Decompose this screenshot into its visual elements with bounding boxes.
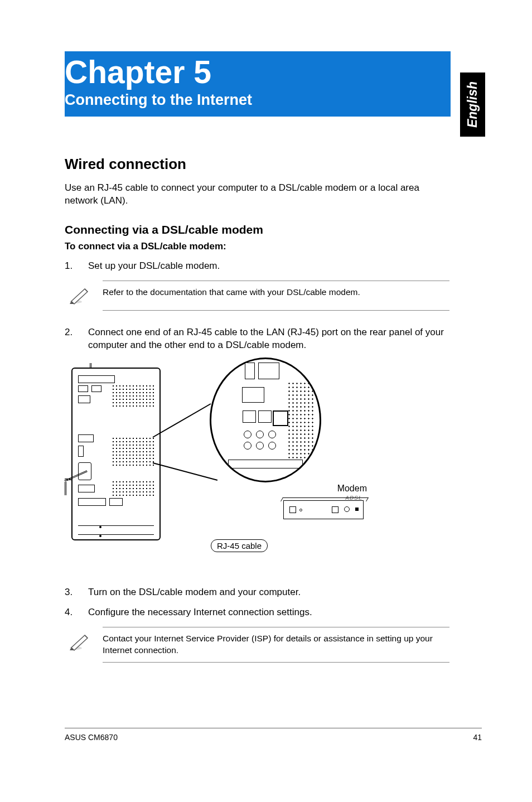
page-footer: ASUS CM6870 41 [65,728,482,742]
chapter-title: Chapter 5 [65,56,443,89]
procedure-lead: To connect via a DSL/cable modem: [65,241,449,252]
content-body: Wired connection Use an RJ-45 cable to c… [65,156,449,663]
pc-rear-panel [71,368,161,540]
subsection-heading: Connecting via a DSL/cable modem [65,223,449,236]
language-tab: English [460,73,485,137]
language-tab-label: English [465,81,480,128]
section-heading: Wired connection [65,156,449,173]
pencil-icon [65,287,103,305]
chapter-subtitle: Connecting to the Internet [65,91,443,109]
pencil-icon [65,633,103,651]
step-4: 4. Configure the necessary Internet conn… [65,606,449,619]
note-2: Contact your Internet Service Provider (… [65,627,449,663]
cable-label: RJ-45 cable [211,539,268,552]
zoom-circle [210,357,321,482]
footer-left: ASUS CM6870 [65,733,118,742]
note-text: Contact your Internet Service Provider (… [103,633,449,656]
intro-paragraph: Use an RJ-45 cable to connect your compu… [65,182,449,207]
step-number: 2. [65,326,88,352]
step-number: 3. [65,586,88,599]
step-text: Connect one end of an RJ-45 cable to the… [88,326,449,352]
modem-box [283,500,364,519]
step-text: Set up your DSL/cable modem. [88,260,449,273]
note-text: Refer to the documentation that came wit… [103,287,449,298]
connection-diagram: Modem ADSL RJ-45 cable [65,363,377,569]
step-2: 2. Connect one end of an RJ-45 cable to … [65,326,449,352]
note-1: Refer to the documentation that came wit… [65,281,449,311]
step-1: 1. Set up your DSL/cable modem. [65,260,449,273]
step-number: 1. [65,260,88,273]
chapter-banner: Chapter 5 Connecting to the Internet [65,51,451,117]
step-text: Turn on the DSL/cable modem and your com… [88,586,449,599]
step-text: Configure the necessary Internet connect… [88,606,449,619]
step-3: 3. Turn on the DSL/cable modem and your … [65,586,449,599]
step-number: 4. [65,606,88,619]
page: English Chapter 5 Connecting to the Inte… [0,0,532,802]
footer-page-number: 41 [473,733,482,742]
modem-label: Modem [337,484,367,494]
